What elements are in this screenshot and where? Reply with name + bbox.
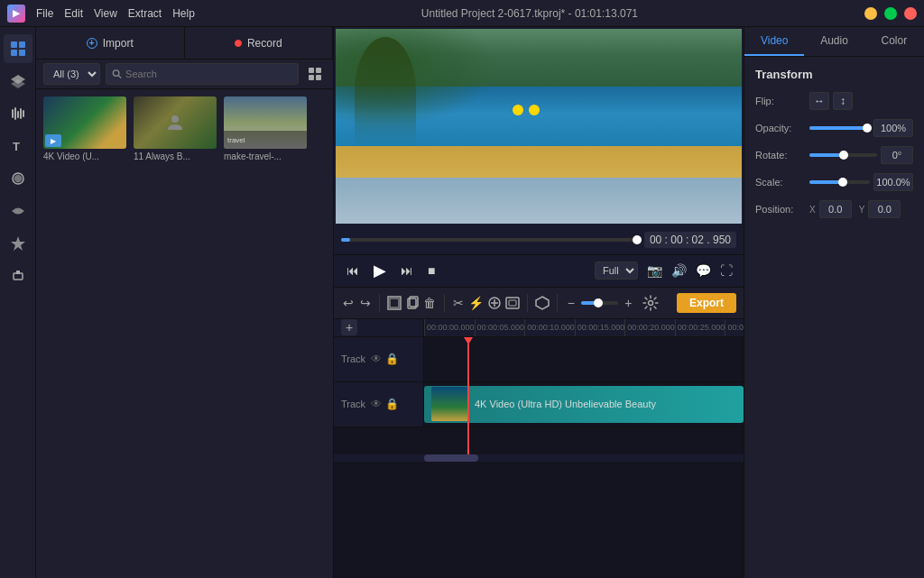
search-input[interactable] <box>125 69 292 79</box>
right-panel: Video Audio Color Transform Flip: ↔ ↕ Op… <box>744 27 924 578</box>
rotate-slider[interactable] <box>809 153 877 157</box>
sidebar-item-layers[interactable] <box>4 67 32 96</box>
media-thumbnail: ▶ <box>43 96 126 149</box>
svg-rect-31 <box>509 300 516 306</box>
cut-button[interactable]: ✂ <box>451 291 465 315</box>
svg-rect-3 <box>19 50 25 56</box>
skip-forward-button[interactable]: ⏭ <box>399 261 415 280</box>
sidebar-item-transitions[interactable] <box>4 197 32 225</box>
track-visibility-icon[interactable]: 👁 <box>371 353 382 365</box>
opacity-value[interactable]: 100% <box>873 119 913 137</box>
timeline-scrollbar-track <box>334 454 744 462</box>
wrap-button[interactable] <box>505 291 520 315</box>
snapshot-button[interactable]: 📷 <box>647 263 662 278</box>
play-button[interactable]: ▶ <box>372 259 388 282</box>
opacity-fill <box>809 126 867 130</box>
time-mark: 00:00:15.000 <box>575 319 625 336</box>
sidebar-item-effects[interactable] <box>4 164 32 193</box>
progress-fill <box>341 238 350 242</box>
track-name: Track <box>341 353 365 364</box>
time-mark: 00:00:20.000 <box>624 319 675 336</box>
svg-marker-5 <box>11 79 25 88</box>
rotate-controls: 0° <box>809 146 913 164</box>
position-y-input[interactable] <box>868 200 901 218</box>
titlebar-menu: File Edit View Extract Help <box>36 7 195 20</box>
zoom-in-btn[interactable]: + <box>622 291 635 315</box>
flip-horizontal-button[interactable]: ↔ <box>809 92 829 110</box>
opacity-slider[interactable] <box>809 126 870 130</box>
menu-view[interactable]: View <box>94 7 117 20</box>
sidebar-item-audio[interactable] <box>4 99 32 128</box>
titlebar: ▶ File Edit View Extract Help Untitled P… <box>0 0 924 27</box>
redo-button[interactable]: ↪ <box>358 291 372 315</box>
subtitle-button[interactable]: 💬 <box>696 263 711 278</box>
svg-rect-8 <box>17 111 19 118</box>
record-button[interactable]: Record <box>185 27 334 59</box>
tab-color[interactable]: Color <box>864 27 924 56</box>
filter-select[interactable]: All (3) <box>43 63 100 85</box>
sidebar-item-stickers[interactable] <box>4 229 32 258</box>
menu-file[interactable]: File <box>36 7 53 20</box>
maximize-button[interactable] <box>884 7 897 20</box>
scale-slider[interactable] <box>809 180 870 184</box>
list-item[interactable]: 11 Always B... <box>134 96 217 161</box>
rotate-value[interactable]: 0° <box>881 146 913 164</box>
menu-help[interactable]: Help <box>172 7 195 20</box>
fullscreen-button[interactable]: ⛶ <box>720 263 733 278</box>
settings-icon[interactable] <box>639 291 662 315</box>
track-row: Track 👁 🔒 <box>334 337 744 382</box>
track-lock-icon[interactable]: 🔒 <box>385 398 399 410</box>
copy-button[interactable] <box>405 291 420 315</box>
track-lock-icon[interactable]: 🔒 <box>385 353 399 365</box>
sidebar-item-tools[interactable] <box>4 261 32 290</box>
audio-button[interactable]: 🔊 <box>671 263 687 278</box>
time-mark: 00:00:05.000 <box>475 319 525 336</box>
left-sidebar: T <box>0 27 36 578</box>
progress-bar[interactable] <box>341 238 637 242</box>
zoom-slider[interactable] <box>581 301 617 305</box>
opacity-label: Opacity: <box>755 123 809 133</box>
split-button[interactable]: ⚡ <box>468 291 484 315</box>
svg-rect-21 <box>316 75 321 80</box>
time-mark: 00:00:10.000 <box>524 319 575 336</box>
window-title: Untitled Project 2-0617.tkproj* - 01:01:… <box>421 7 638 20</box>
position-x-input[interactable] <box>819 200 852 218</box>
track-visibility-icon[interactable]: 👁 <box>371 398 382 410</box>
position-controls: X Y <box>809 200 913 218</box>
stop-button[interactable]: ■ <box>426 261 437 280</box>
export-button[interactable]: Export <box>677 293 736 313</box>
track-clip[interactable]: 4K Video (Ultra HD) Unbelievable Beauty <box>424 386 744 423</box>
scale-value[interactable]: 100.0% <box>873 173 913 191</box>
track-content[interactable]: 4K Video (Ultra HD) Unbelievable Beauty <box>424 382 744 427</box>
playback-right-controls: Full 📷 🔊 💬 ⛶ <box>595 261 733 280</box>
sidebar-item-text[interactable]: T <box>4 132 32 161</box>
timeline-empty-space <box>334 427 744 454</box>
undo-button[interactable]: ↩ <box>341 291 355 315</box>
import-icon: + <box>87 38 97 49</box>
time-mark: 00:00:25.000 <box>675 319 725 336</box>
minimize-button[interactable] <box>864 7 877 20</box>
zoom-out-btn[interactable]: − <box>564 291 578 315</box>
list-item[interactable]: travel make-travel-... <box>224 96 307 161</box>
tab-video[interactable]: Video <box>744 27 804 56</box>
add-track-button[interactable]: + <box>341 319 357 335</box>
sidebar-item-media[interactable] <box>4 34 32 63</box>
crop-button[interactable] <box>387 291 402 315</box>
tab-audio[interactable]: Audio <box>804 27 864 56</box>
mask-button[interactable] <box>535 291 550 315</box>
skip-back-button[interactable]: ⏮ <box>345 261 361 280</box>
grid-view-button[interactable] <box>304 63 326 85</box>
import-button[interactable]: + Import <box>36 27 185 59</box>
menu-edit[interactable]: Edit <box>64 7 83 20</box>
media-item-label: make-travel-... <box>224 151 307 161</box>
add-clip-button[interactable] <box>487 291 502 315</box>
window-controls <box>864 7 917 20</box>
media-panel: + Import Record All (3) <box>36 27 334 578</box>
flip-vertical-button[interactable]: ↕ <box>833 92 853 110</box>
close-button[interactable] <box>904 7 917 20</box>
delete-button[interactable]: 🗑 <box>423 291 437 315</box>
menu-extract[interactable]: Extract <box>128 7 162 20</box>
timeline-scrollbar[interactable] <box>424 454 478 462</box>
list-item[interactable]: ▶ 4K Video (U... <box>43 96 126 161</box>
quality-select[interactable]: Full <box>595 261 638 280</box>
